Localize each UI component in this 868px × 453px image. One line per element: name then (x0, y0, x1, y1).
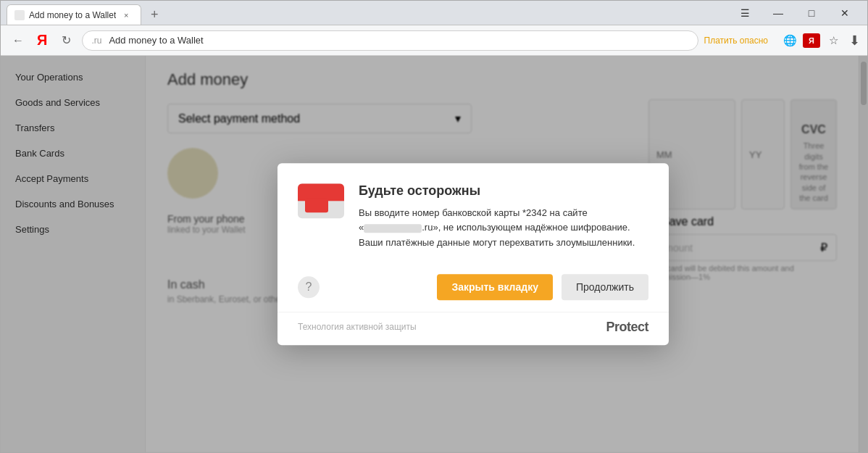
url-page-title: Add money to a Wallet (109, 35, 203, 46)
back-button[interactable]: ← (8, 30, 28, 51)
maximize-icon: □ (809, 7, 814, 19)
browser-frame: Add money to a Wallet × + ☰ — □ ✕ ← Я (0, 0, 868, 453)
yandex-logo: Я (37, 32, 47, 49)
continue-button[interactable]: Продолжить (562, 274, 648, 300)
close-tab-button[interactable]: Закрыть вкладку (437, 274, 553, 300)
bookmark-icon-button[interactable]: ☆ (823, 30, 843, 51)
menu-button[interactable]: ☰ (728, 1, 761, 25)
tab-area: Add money to a Wallet × + (7, 1, 724, 25)
tab-favicon (14, 10, 25, 20)
maximize-button[interactable]: □ (795, 1, 828, 25)
help-button[interactable]: ? (298, 276, 320, 298)
globe-icon-button[interactable]: 🌐 (780, 30, 800, 51)
dialog-footer: Технология активной защиты Protect (277, 312, 669, 345)
minimize-button[interactable]: — (761, 1, 795, 25)
refresh-button[interactable]: ↻ (56, 30, 76, 51)
question-icon: ? (306, 280, 312, 294)
browser-tab[interactable]: Add money to a Wallet × (7, 4, 141, 25)
dialog-actions: ? Закрыть вкладку Продолжить (277, 265, 669, 312)
dialog-url-masked (364, 224, 422, 233)
title-bar: Add money to a Wallet × + ☰ — □ ✕ (1, 1, 867, 25)
tab-close-button[interactable]: × (120, 9, 132, 21)
minimize-icon: — (773, 7, 783, 19)
menu-icon: ☰ (740, 7, 750, 19)
url-domain: .ru (91, 36, 101, 46)
danger-label: Платить опасно (704, 36, 768, 46)
security-warning-dialog: Будьте осторожны Вы вводите номер банков… (277, 163, 669, 345)
window-controls: ☰ — □ ✕ (728, 1, 861, 25)
card-icon-chip (305, 198, 328, 212)
protect-footer-label: Технология активной защиты (298, 323, 417, 333)
content-area: Your Operations Goods and Services Trans… (1, 56, 867, 452)
protect-icon: Я (803, 33, 820, 48)
refresh-icon: ↻ (62, 33, 71, 47)
protect-logo: Protect (606, 320, 648, 335)
card-icon (298, 183, 344, 218)
address-bar: ← Я ↻ .ru Add money to a Wallet Платить … (1, 25, 867, 56)
tab-label: Add money to a Wallet (29, 10, 116, 20)
dialog-text: Будьте осторожны Вы вводите номер банков… (359, 183, 648, 251)
url-bar[interactable]: .ru Add money to a Wallet (82, 30, 698, 51)
card-icon-area (298, 183, 344, 251)
new-tab-button[interactable]: + (144, 4, 164, 25)
dialog-title: Будьте осторожны (359, 183, 648, 199)
dialog-message: Вы вводите номер банковской карты *2342 … (359, 206, 648, 251)
close-window-button[interactable]: ✕ (828, 1, 861, 25)
url-text: .ru Add money to a Wallet (91, 35, 688, 46)
dialog-body: Будьте осторожны Вы вводите номер банков… (277, 163, 669, 265)
download-icon: ⬇ (849, 33, 860, 49)
close-icon: ✕ (840, 7, 849, 19)
browser-icons: 🌐 Я ☆ ⬇ (780, 30, 860, 51)
dialog-message-part1: Вы вводите номер банковской карты *2342 … (359, 207, 588, 218)
back-icon: ← (12, 34, 24, 47)
dialog-message-url-open: « (359, 223, 364, 233)
